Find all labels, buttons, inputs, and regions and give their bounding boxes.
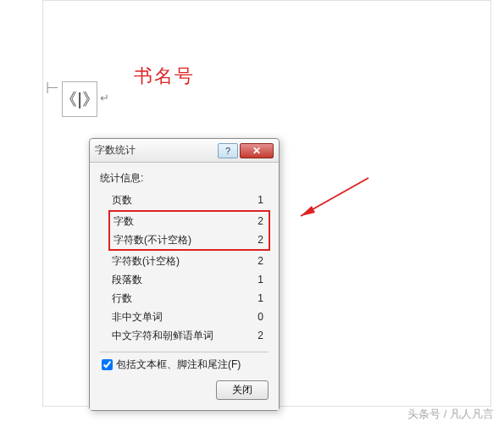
- close-dialog-button[interactable]: 关闭: [216, 380, 269, 400]
- stats-label: 段落数: [112, 272, 142, 287]
- stats-row-noncjk: 非中文单词 0: [100, 308, 269, 326]
- cursor-mark: ⊢: [46, 79, 59, 97]
- stats-header: 统计信息:: [100, 171, 269, 186]
- bracket-symbol: 《|》: [60, 88, 98, 111]
- button-row: 关闭: [100, 372, 269, 400]
- stats-value: 2: [258, 328, 269, 343]
- dialog-body: 统计信息: 页数 1 字数 2 字符数(不计空格) 2 字符数(计空格) 2 段…: [90, 163, 279, 410]
- highlight-box: 字数 2 字符数(不计空格) 2: [108, 210, 270, 251]
- stats-value: 0: [258, 309, 269, 324]
- stats-value: 2: [258, 232, 269, 247]
- stats-value: 1: [258, 272, 269, 287]
- stats-row-pages: 页数 1: [100, 191, 269, 209]
- stats-row-chars-nospace: 字符数(不计空格) 2: [110, 230, 269, 249]
- stats-label: 字符数(不计空格): [114, 232, 191, 247]
- stats-row-lines: 行数 1: [100, 289, 269, 308]
- stats-row-paragraphs: 段落数 1: [100, 270, 269, 289]
- stats-label: 字数: [114, 214, 134, 229]
- stats-label: 非中文单词: [112, 309, 163, 324]
- include-checkbox[interactable]: [102, 359, 113, 370]
- dialog-titlebar[interactable]: 字数统计 ? ✕: [90, 139, 279, 163]
- stats-label: 页数: [112, 192, 132, 208]
- stats-row-chars-space: 字符数(计空格) 2: [100, 252, 269, 270]
- stats-row-words: 字数 2: [110, 212, 269, 230]
- watermark: 头条号 / 凡人凡言: [407, 407, 494, 422]
- bracket-symbol-box: 《|》: [62, 81, 97, 117]
- dialog-title: 字数统计: [95, 143, 218, 158]
- include-checkbox-row[interactable]: 包括文本框、脚注和尾注(F): [100, 358, 269, 372]
- stats-row-cjk: 中文字符和朝鲜语单词 2: [100, 326, 269, 345]
- stats-value: 1: [258, 192, 269, 208]
- stats-value: 2: [258, 253, 269, 269]
- checkbox-label: 包括文本框、脚注和尾注(F): [116, 358, 241, 372]
- stats-label: 行数: [112, 291, 132, 306]
- divider: [100, 352, 269, 352]
- stats-value: 1: [258, 291, 269, 306]
- word-count-dialog: 字数统计 ? ✕ 统计信息: 页数 1 字数 2 字符数(不计空格) 2 字符数…: [89, 138, 280, 411]
- paragraph-mark: ↵: [100, 92, 109, 104]
- stats-label: 中文字符和朝鲜语单词: [112, 328, 213, 343]
- stats-value: 2: [258, 214, 269, 229]
- close-button[interactable]: ✕: [240, 143, 274, 158]
- help-button[interactable]: ?: [218, 143, 238, 158]
- stats-label: 字符数(计空格): [112, 253, 180, 269]
- annotation-label: 书名号: [134, 64, 195, 89]
